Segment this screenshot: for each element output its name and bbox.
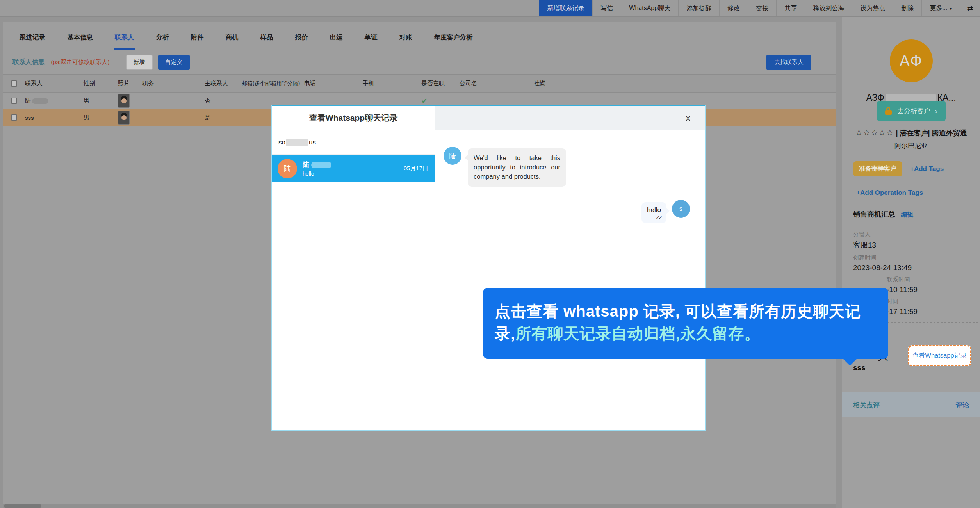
col-photo: 照片 — [114, 80, 138, 87]
customer-rating: ☆☆☆☆☆ | 潜在客户| 腾道外贸通 — [842, 128, 980, 138]
toolbar-add-reminder-button[interactable]: 添加提醒 — [678, 0, 719, 16]
tags-row: 准备寄样客户 +Add Tags — [842, 156, 980, 182]
delivered-ticks-icon: ✓✓ — [652, 215, 661, 221]
toolbar-new-contact-record-button[interactable]: 新增联系记录 — [539, 0, 592, 16]
field-next-time: 时间 -17 11:59 — [887, 298, 980, 316]
tab-opportunities[interactable]: 商机 — [215, 26, 249, 50]
tab-analysis[interactable]: 分析 — [145, 26, 180, 50]
row-checkbox[interactable] — [11, 114, 17, 121]
incoming-message: 陆 We'd like to take this opportunity to … — [444, 147, 690, 187]
close-icon[interactable]: x — [686, 114, 690, 123]
find-contacts-button[interactable]: 去找联系人 — [766, 55, 811, 70]
toolbar-delete-button[interactable]: 删除 — [893, 0, 921, 16]
tab-samples[interactable]: 样品 — [249, 26, 284, 50]
tab-quotations[interactable]: 报价 — [284, 26, 319, 50]
message-bubble: hello ✓✓ — [641, 202, 666, 223]
tab-attachments[interactable]: 附件 — [180, 26, 215, 50]
chevron-right-icon: › — [935, 107, 938, 116]
contact-info-bar: 联系人信息 (ps:双击可修改联系人) 新增 自定义 去找联系人 — [3, 50, 836, 74]
contacts-table-header: 联系人 性别 照片 职务 主联系人 邮箱(多个邮箱用";"分隔) 电话 手机 是… — [3, 74, 836, 93]
message-bubble: We'd like to take this opportunity to in… — [468, 148, 566, 187]
conversation-preview: hello — [303, 171, 331, 177]
tab-reconciliation[interactable]: 对账 — [388, 26, 423, 50]
scrollbar-thumb[interactable] — [4, 504, 41, 508]
contact-info-hint: (ps:双击可修改联系人) — [51, 59, 110, 66]
add-operation-tags-link[interactable]: +Add Operation Tags — [856, 189, 923, 197]
contact-photo[interactable] — [118, 94, 130, 108]
chat-panel: x 陆 We'd like to take this opportunity t… — [435, 106, 705, 430]
field-manager: 分管人 客服13 — [853, 231, 980, 250]
caret-down-icon: ▾ — [950, 6, 952, 11]
rating-text: | 潜在客户| 腾道外贸通 — [896, 129, 967, 137]
col-company: 公司名 — [456, 80, 530, 87]
redacted-text — [32, 98, 48, 104]
toolbar-share-button[interactable]: 共享 — [776, 0, 805, 16]
conversation-avatar: 陆 — [278, 159, 297, 178]
sender-avatar: 陆 — [444, 147, 461, 165]
toolbar-modify-button[interactable]: 修改 — [719, 0, 748, 16]
col-contact: 联系人 — [21, 80, 80, 87]
col-main-contact: 主联系人 — [201, 80, 238, 87]
col-position: 职务 — [138, 80, 201, 87]
review-bar: 相关点评 评论 — [842, 392, 980, 417]
add-contact-button[interactable]: 新增 — [126, 55, 153, 70]
edit-summary-link[interactable]: 编辑 — [901, 211, 913, 219]
whatsapp-records-modal: 查看Whatsapp聊天记录 sous 陆 陆 hello 05月17日 x 陆… — [272, 105, 705, 430]
toolbar-whatsapp-chat-button[interactable]: WhatsApp聊天 — [621, 0, 678, 16]
contact-info-title: 联系人信息 — [12, 58, 45, 66]
toolbar-handover-button[interactable]: 交接 — [748, 0, 776, 16]
add-tags-link[interactable]: +Add Tags — [910, 165, 944, 173]
customer-avatar: АФ — [890, 39, 933, 82]
conversation-item[interactable]: 陆 陆 hello 05月17日 — [272, 155, 435, 182]
in-service-check-icon: ✔ — [421, 97, 428, 105]
sales-summary-row: 销售商机汇总 编辑 — [842, 203, 980, 225]
toolbar-more-button[interactable]: 更多...▾ — [921, 0, 960, 16]
conversation-date: 05月17日 — [404, 165, 428, 172]
tab-contacts[interactable]: 联系人 — [104, 26, 145, 50]
toolbar-write-email-button[interactable]: 写信 — [592, 0, 621, 16]
swap-panels-icon[interactable]: ⇄ — [960, 0, 980, 16]
col-in-service: 是否在职 — [417, 80, 456, 87]
field-created-time: 创建时间 2023-08-24 13:49 — [853, 254, 980, 272]
callout-accent-text: 所有聊天记录自动归档,永久留存。 — [515, 325, 760, 342]
toolbar-set-hotspot-button[interactable]: 设为热点 — [852, 0, 893, 16]
conversation-list-panel: 查看Whatsapp聊天记录 sous 陆 陆 hello 05月17日 — [272, 106, 435, 430]
tour-callout: 点击查看 whatsapp 记录, 可以查看所有历史聊天记录,所有聊天记录自动归… — [483, 288, 888, 359]
own-avatar: s — [672, 200, 690, 218]
select-all-checkbox[interactable] — [11, 80, 17, 87]
col-social-media: 社媒 — [530, 80, 647, 87]
chat-messages: 陆 We'd like to take this opportunity to … — [435, 130, 705, 223]
col-gender: 性别 — [80, 80, 114, 87]
tab-shipments[interactable]: 出运 — [319, 26, 354, 50]
comment-link[interactable]: 评论 — [956, 401, 969, 410]
row-checkbox[interactable] — [11, 98, 17, 104]
lock-icon — [885, 107, 893, 115]
chat-panel-header: x — [435, 106, 705, 130]
tab-basic-info[interactable]: 基本信息 — [56, 26, 104, 50]
star-rating-icons[interactable]: ☆☆☆☆☆ — [855, 128, 894, 137]
tab-documents[interactable]: 单证 — [354, 26, 388, 50]
contact-photo[interactable] — [118, 111, 130, 125]
detail-tabs: 跟进记录 基本信息 联系人 分析 附件 商机 样品 报价 出运 单证 对账 年度… — [3, 22, 836, 50]
redacted-text — [286, 139, 308, 146]
col-mobile: 手机 — [359, 80, 417, 87]
tab-followup-records[interactable]: 跟进记录 — [9, 26, 56, 50]
view-whatsapp-records-button[interactable]: 查看Whatsapp记录 — [908, 345, 971, 366]
customize-columns-button[interactable]: 自定义 — [158, 55, 190, 70]
tab-annual-customer-analysis[interactable]: 年度客户分析 — [423, 26, 484, 50]
customer-sidebar: АФ АЗФКА... 去分析客户 › ☆☆☆☆☆ | 潜在客户| 腾道外贸通 … — [842, 17, 980, 508]
top-toolbar: 新增联系记录 写信 WhatsApp聊天 添加提醒 修改 交接 共享 释放到公海… — [0, 0, 980, 17]
related-reviews-label: 相关点评 — [853, 401, 880, 410]
toolbar-release-to-pool-button[interactable]: 释放到公海 — [805, 0, 852, 16]
customer-tag[interactable]: 准备寄样客户 — [853, 161, 902, 176]
horizontal-scrollbar[interactable] — [3, 504, 836, 508]
sales-summary-title: 销售商机汇总 — [853, 210, 895, 218]
whatsapp-account-row[interactable]: sous — [272, 130, 435, 155]
outgoing-message: hello ✓✓ s — [444, 200, 690, 223]
crm-page: 新增联系记录 写信 WhatsApp聊天 添加提醒 修改 交接 共享 释放到公海… — [0, 0, 980, 508]
analyze-customer-button[interactable]: 去分析客户 › — [877, 101, 946, 121]
col-email: 邮箱(多个邮箱用";"分隔) — [238, 80, 300, 87]
customer-country: 阿尔巴尼亚 — [842, 141, 980, 150]
more-label: 更多... — [930, 5, 947, 11]
col-phone: 电话 — [300, 80, 359, 87]
